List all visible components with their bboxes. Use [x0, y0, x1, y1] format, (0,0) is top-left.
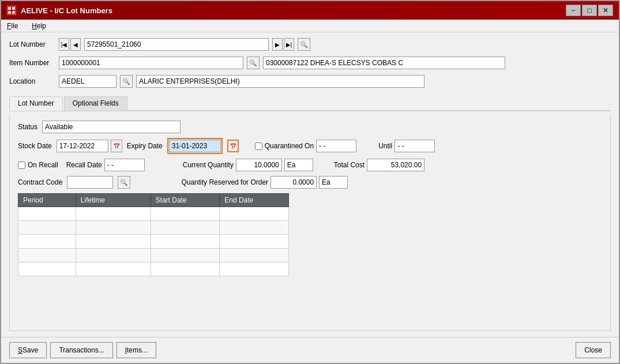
on-recall-group: On Recall — [18, 161, 58, 169]
expiry-date-wrapper — [167, 138, 223, 154]
col-start-date: Start Date — [151, 194, 220, 207]
total-cost-input[interactable] — [367, 159, 424, 171]
location-row: Location 🔍 — [9, 75, 611, 88]
recall-qty-row: On Recall Recall Date Current Quantity T… — [18, 159, 602, 171]
item-search-button[interactable]: 🔍 — [247, 57, 260, 69]
location-description-input — [136, 75, 424, 88]
svg-rect-0 — [8, 7, 11, 10]
stock-date-calendar-button[interactable]: 📅 — [111, 140, 122, 152]
lot-search-button[interactable]: 🔍 — [298, 38, 310, 51]
expiry-date-label: Expiry Date — [127, 142, 163, 150]
col-period: Period — [18, 194, 76, 207]
title-controls: − □ ✕ — [566, 5, 613, 16]
stock-date-label: Stock Date — [18, 142, 52, 150]
expiry-date-input[interactable] — [169, 140, 221, 152]
on-recall-label: On Recall — [28, 161, 58, 169]
until-group: Until — [378, 140, 435, 152]
current-qty-input[interactable] — [236, 159, 282, 171]
current-qty-label: Current Quantity — [183, 161, 234, 169]
transactions-button[interactable]: Transactions... — [50, 342, 112, 358]
close-button[interactable]: Close — [576, 342, 611, 358]
save-button[interactable]: SSave — [9, 342, 47, 358]
location-label: Location — [9, 77, 55, 85]
col-lifetime: Lifetime — [76, 194, 151, 207]
qty-reserved-input[interactable] — [270, 176, 317, 189]
title-bar-left: AELIVE - I/C Lot Numbers — [7, 6, 112, 15]
svg-rect-3 — [12, 11, 15, 14]
form-area: Lot Number |◀ ◀ 57295501_21060 ▶ ▶| 🔍 It… — [1, 32, 619, 337]
until-input[interactable] — [394, 140, 435, 152]
col-end-date: End Date — [220, 194, 289, 207]
quarantined-on-label: Quarantined On — [265, 142, 314, 150]
expiry-date-calendar-button[interactable]: 📅 — [227, 140, 239, 152]
location-search-button[interactable]: 🔍 — [120, 75, 133, 88]
contract-qty-row: Contract Code 🔍 Quantity Reserved for Or… — [18, 176, 602, 189]
location-input[interactable] — [59, 75, 117, 88]
tab-lot-number[interactable]: Lot Number — [9, 96, 63, 111]
lot-next-button[interactable]: ▶ — [272, 38, 283, 51]
tab-optional-fields[interactable]: Optional Fields — [64, 96, 127, 111]
svg-rect-1 — [12, 7, 15, 10]
tab-content-lot-number: Status Stock Date 📅 Expiry Date 📅 Quaran… — [9, 115, 611, 331]
lot-number-row: Lot Number |◀ ◀ 57295501_21060 ▶ ▶| 🔍 — [9, 38, 611, 51]
contract-code-label: Contract Code — [18, 178, 62, 186]
help-menu[interactable]: Help — [29, 21, 48, 31]
lot-number-input[interactable]: 57295501_21060 — [84, 38, 269, 51]
total-cost-group: Total Cost — [334, 159, 424, 171]
item-number-row: Item Number 🔍 — [9, 57, 611, 69]
bottom-bar: SSave Transactions... Items... Close — [1, 337, 619, 363]
table-row — [18, 235, 289, 249]
recall-date-group: Recall Date — [66, 159, 145, 171]
menu-bar: File Help — [1, 20, 619, 32]
main-window: AELIVE - I/C Lot Numbers − □ ✕ File Help… — [0, 0, 620, 364]
table-row — [18, 221, 289, 235]
stock-date-input[interactable] — [57, 140, 108, 152]
on-recall-checkbox[interactable] — [18, 162, 25, 169]
app-icon — [7, 6, 16, 15]
recall-date-label: Recall Date — [66, 161, 102, 169]
table-row — [18, 249, 289, 262]
file-menu[interactable]: File — [5, 21, 20, 31]
status-label: Status — [18, 123, 37, 131]
quarantined-group: Quarantined On — [255, 140, 356, 152]
qty-reserved-unit-input — [319, 176, 348, 189]
item-number-input[interactable] — [59, 57, 243, 69]
lot-first-button[interactable]: |◀ — [59, 38, 69, 51]
recall-date-input[interactable] — [104, 159, 145, 171]
status-row: Status — [18, 121, 602, 133]
lot-prev-button[interactable]: ◀ — [70, 38, 81, 51]
items-button[interactable]: Items... — [117, 342, 156, 358]
table-row — [18, 207, 289, 221]
quarantined-on-input[interactable] — [316, 140, 356, 152]
qty-reserved-group: Quantity Reserved for Order — [181, 176, 348, 189]
window-close-button[interactable]: ✕ — [598, 5, 613, 16]
quarantined-checkbox[interactable] — [255, 142, 262, 150]
item-number-label: Item Number — [9, 59, 55, 67]
lot-number-label: Lot Number — [9, 40, 55, 48]
window-title: AELIVE - I/C Lot Numbers — [21, 6, 112, 15]
contract-code-input[interactable] — [67, 176, 113, 189]
stock-date-group: 📅 — [57, 140, 122, 152]
tab-bar: Lot Number Optional Fields — [9, 96, 611, 111]
item-description-input — [263, 57, 505, 69]
until-label: Until — [378, 142, 392, 150]
title-bar: AELIVE - I/C Lot Numbers − □ ✕ — [1, 1, 619, 20]
table-row — [18, 262, 289, 276]
current-qty-unit-input — [284, 159, 313, 171]
svg-rect-2 — [8, 11, 11, 14]
qty-reserved-label: Quantity Reserved for Order — [181, 178, 268, 186]
lot-last-button[interactable]: ▶| — [284, 38, 294, 51]
lot-table: Period Lifetime Start Date End Date — [18, 193, 289, 276]
lot-nav-right: ▶ ▶| — [272, 38, 294, 51]
maximize-button[interactable]: □ — [582, 5, 597, 16]
status-input[interactable] — [42, 121, 181, 133]
minimize-button[interactable]: − — [566, 5, 581, 16]
contract-code-search-button[interactable]: 🔍 — [118, 176, 130, 189]
total-cost-label: Total Cost — [334, 161, 365, 169]
current-qty-group: Current Quantity — [183, 159, 313, 171]
lot-nav-controls: |◀ ◀ — [59, 38, 81, 51]
dates-row: Stock Date 📅 Expiry Date 📅 Quarantined O… — [18, 138, 602, 154]
lot-table-container: Period Lifetime Start Date End Date — [18, 193, 602, 276]
